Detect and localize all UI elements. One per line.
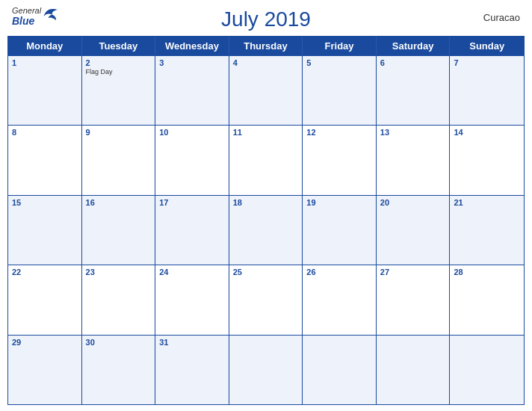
day-cell-20: 20 — [377, 196, 451, 265]
day-cell-9: 9 — [82, 126, 156, 194]
day-cell-16: 16 — [82, 196, 156, 265]
header-saturday: Saturday — [377, 37, 451, 55]
day-cell-empty-1 — [229, 336, 303, 404]
header-monday: Monday — [8, 37, 82, 55]
week-row-4: 22 23 24 25 26 27 28 — [8, 265, 524, 334]
day-cell-3: 3 — [155, 56, 229, 125]
day-cell-13: 13 — [377, 126, 451, 194]
day-cell-empty-4 — [450, 336, 524, 404]
day-cell-17: 17 — [155, 196, 229, 265]
day-cell-18: 18 — [229, 196, 303, 265]
day-cell-2: 2Flag Day — [82, 56, 156, 125]
logo-blue: Blue — [12, 15, 41, 27]
logo-bird-icon — [43, 7, 59, 22]
header-tuesday: Tuesday — [82, 37, 156, 55]
day-cell-26: 26 — [303, 265, 377, 334]
calendar-container: General Blue July 2019 Curacao Monday Tu… — [0, 0, 532, 411]
calendar-grid: Monday Tuesday Wednesday Thursday Friday… — [7, 36, 525, 405]
day-cell-14: 14 — [450, 126, 524, 194]
day-cell-31: 31 — [155, 336, 229, 404]
region-label: Curacao — [483, 12, 520, 23]
day-cell-4: 4 — [229, 56, 303, 125]
header-sunday: Sunday — [450, 37, 524, 55]
week-row-5: 29 30 31 — [8, 335, 524, 404]
weeks-container: 1 2Flag Day 3 4 5 6 7 8 9 10 11 12 13 14… — [8, 55, 524, 404]
day-cell-28: 28 — [450, 265, 524, 334]
day-cell-empty-3 — [377, 336, 451, 404]
day-cell-12: 12 — [303, 126, 377, 194]
day-cell-23: 23 — [82, 265, 156, 334]
week-row-2: 8 9 10 11 12 13 14 — [8, 125, 524, 194]
logo-area: General Blue — [12, 6, 59, 27]
day-cell-19: 19 — [303, 196, 377, 265]
day-cell-1: 1 — [8, 56, 82, 125]
day-cell-22: 22 — [8, 265, 82, 334]
day-cell-11: 11 — [229, 126, 303, 194]
day-cell-5: 5 — [303, 56, 377, 125]
day-cell-29: 29 — [8, 336, 82, 404]
day-cell-27: 27 — [377, 265, 451, 334]
day-cell-21: 21 — [450, 196, 524, 265]
day-cell-10: 10 — [155, 126, 229, 194]
header-thursday: Thursday — [229, 37, 303, 55]
day-cell-7: 7 — [450, 56, 524, 125]
day-cell-24: 24 — [155, 265, 229, 334]
logo-general: General — [12, 6, 41, 15]
day-cell-6: 6 — [377, 56, 451, 125]
day-headers: Monday Tuesday Wednesday Thursday Friday… — [8, 37, 524, 55]
header-friday: Friday — [303, 37, 377, 55]
calendar-header: General Blue July 2019 Curacao — [0, 0, 532, 36]
week-row-1: 1 2Flag Day 3 4 5 6 7 — [8, 55, 524, 125]
day-cell-15: 15 — [8, 196, 82, 265]
day-cell-25: 25 — [229, 265, 303, 334]
week-row-3: 15 16 17 18 19 20 21 — [8, 195, 524, 265]
day-cell-30: 30 — [82, 336, 156, 404]
day-cell-empty-2 — [303, 336, 377, 404]
header-wednesday: Wednesday — [155, 37, 229, 55]
month-title: July 2019 — [221, 7, 311, 31]
day-cell-8: 8 — [8, 126, 82, 194]
